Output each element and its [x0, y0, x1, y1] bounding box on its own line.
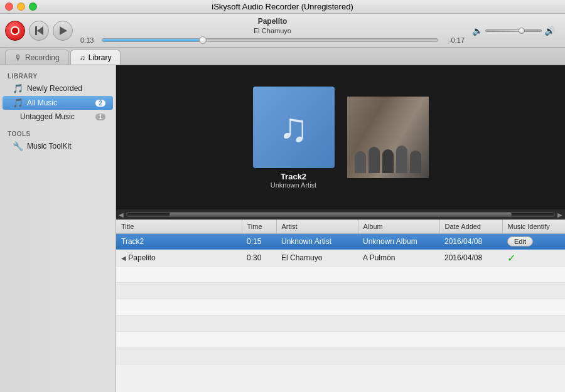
- scroll-left-arrow[interactable]: ◀: [119, 211, 124, 218]
- album-card-papelito[interactable]: [347, 97, 429, 178]
- volume-thumb[interactable]: [519, 28, 525, 34]
- content: ♫ Track2 Unknown Artist: [116, 65, 565, 392]
- tab-recording[interactable]: 🎙 Recording: [5, 50, 69, 65]
- library-section-header: LIBRARY: [0, 70, 116, 81]
- playing-icon: ◀: [121, 255, 126, 262]
- tab-recording-label: Recording: [25, 53, 60, 62]
- sidebar: LIBRARY 🎵 Newly Recorded 🎵 All Music 2 U…: [0, 65, 116, 392]
- table-row-empty: [116, 266, 565, 282]
- table-row-empty: [116, 315, 565, 331]
- skip-back-button[interactable]: [29, 21, 49, 41]
- newly-recorded-icon: 🎵: [13, 83, 23, 93]
- table-row-empty: [116, 331, 565, 347]
- sidebar-item-music-toolkit-label: Music ToolKit: [27, 142, 71, 151]
- cell-title: Track2: [116, 233, 242, 250]
- sidebar-item-untagged-music[interactable]: Untagged Music 1: [3, 110, 113, 123]
- scroll-thumb: [170, 213, 512, 216]
- table-header-row: Title Time Artist Album Date Added Music…: [116, 220, 565, 233]
- col-time[interactable]: Time: [242, 220, 276, 233]
- track-artist: El Chamuyo: [254, 26, 291, 35]
- col-album[interactable]: Album: [358, 220, 439, 233]
- cell-time: 0:15: [242, 233, 276, 250]
- sidebar-item-all-music[interactable]: 🎵 All Music 2: [3, 96, 113, 110]
- progress-bar-container: 0:13 -0:17: [80, 36, 465, 44]
- all-music-badge: 2: [95, 100, 105, 107]
- toolbar: Papelito El Chamuyo 0:13 -0:17 🔈 🔊: [0, 14, 565, 48]
- col-artist[interactable]: Artist: [276, 220, 358, 233]
- progress-fill: [102, 39, 203, 41]
- maximize-button[interactable]: [29, 3, 37, 11]
- tab-library-label: Library: [89, 53, 112, 62]
- sidebar-item-newly-recorded-label: Newly Recorded: [27, 84, 82, 93]
- album-area: ♫ Track2 Unknown Artist: [116, 65, 565, 209]
- cell-time: 0:30: [242, 250, 276, 266]
- record-button[interactable]: [5, 21, 25, 41]
- skip-back-icon: [35, 26, 43, 35]
- music-note-icon: ♫: [279, 104, 309, 151]
- cell-title: ◀ Papelito: [116, 250, 242, 266]
- main: LIBRARY 🎵 Newly Recorded 🎵 All Music 2 U…: [0, 65, 565, 392]
- cell-album: A Pulmón: [358, 250, 439, 266]
- cell-date-added: 2016/04/08: [439, 233, 502, 250]
- close-button[interactable]: [5, 3, 13, 11]
- titlebar-buttons: [5, 3, 37, 11]
- carousel: ♫ Track2 Unknown Artist: [240, 74, 441, 201]
- minimize-button[interactable]: [17, 3, 25, 11]
- cell-album: Unknown Album: [358, 233, 439, 250]
- carousel-scrollbar: ◀ ▶: [116, 209, 565, 220]
- table-container: Title Time Artist Album Date Added Music…: [116, 220, 565, 392]
- tab-container: 🎙 Recording ♫ Library: [0, 48, 565, 65]
- play-icon: [60, 26, 67, 35]
- all-music-icon: 🎵: [13, 98, 23, 108]
- volume-area: 🔈 🔊: [472, 26, 560, 36]
- cell-artist: El Chamuyo: [276, 250, 358, 266]
- cell-music-identify: ✓: [502, 250, 565, 266]
- scroll-right-arrow[interactable]: ▶: [557, 211, 562, 218]
- table-row-empty: [116, 347, 565, 364]
- volume-low-icon: 🔈: [472, 26, 483, 36]
- table-body: Track2 0:15 Unknown Artist Unknown Album…: [116, 233, 565, 364]
- progress-thumb[interactable]: [199, 36, 207, 44]
- progress-track[interactable]: [102, 38, 438, 42]
- col-music-identify[interactable]: Music Identify: [502, 220, 565, 233]
- volume-slider[interactable]: [485, 29, 542, 32]
- app-title: iSkysoft Audio Recorder (Unregistered): [212, 2, 353, 11]
- album-artist-name: Unknown Artist: [271, 181, 316, 189]
- volume-fill: [486, 30, 522, 31]
- album-card-track2[interactable]: ♫ Track2 Unknown Artist: [253, 87, 335, 189]
- album-label-track2: Track2 Unknown Artist: [271, 172, 316, 189]
- library-icon: ♫: [80, 53, 85, 62]
- sidebar-item-untagged-music-label: Untagged Music: [20, 112, 75, 121]
- sidebar-item-newly-recorded[interactable]: 🎵 Newly Recorded: [3, 82, 113, 95]
- album-art-photo: [347, 97, 429, 178]
- microphone-icon: 🎙: [14, 53, 22, 62]
- tab-library[interactable]: ♫ Library: [70, 50, 121, 65]
- col-title[interactable]: Title: [116, 220, 242, 233]
- cell-artist: Unknown Artist: [276, 233, 358, 250]
- cell-music-identify: Edit: [502, 233, 565, 250]
- tabs-left: 🎙 Recording ♫ Library: [0, 48, 121, 65]
- tools-section-header: TOOLS: [0, 128, 116, 139]
- play-button[interactable]: [53, 21, 73, 41]
- track-title: Papelito: [254, 17, 291, 27]
- tracks-table: Title Time Artist Album Date Added Music…: [116, 220, 565, 364]
- album-track-name: Track2: [271, 172, 316, 181]
- album-art-music-note: ♫: [253, 87, 335, 168]
- time-remaining: -0:17: [442, 36, 465, 44]
- time-elapsed: 0:13: [80, 36, 98, 44]
- track-info: Papelito El Chamuyo: [254, 17, 291, 36]
- edit-button[interactable]: Edit: [507, 236, 533, 246]
- sidebar-item-music-toolkit[interactable]: 🔧 Music ToolKit: [3, 139, 113, 153]
- untagged-music-badge: 1: [95, 114, 105, 120]
- table-row[interactable]: Track2 0:15 Unknown Artist Unknown Album…: [116, 233, 565, 250]
- volume-high-icon: 🔊: [544, 26, 555, 36]
- scroll-track[interactable]: [126, 212, 555, 217]
- music-toolkit-icon: 🔧: [13, 141, 23, 151]
- progress-area: Papelito El Chamuyo 0:13 -0:17: [77, 17, 468, 45]
- table-row-empty: [116, 299, 565, 315]
- record-icon: [11, 26, 19, 35]
- table-row-empty: [116, 282, 565, 299]
- titlebar: iSkysoft Audio Recorder (Unregistered): [0, 0, 565, 14]
- table-row[interactable]: ◀ Papelito 0:30 El Chamuyo A Pulmón 2016…: [116, 250, 565, 266]
- col-date-added[interactable]: Date Added: [439, 220, 502, 233]
